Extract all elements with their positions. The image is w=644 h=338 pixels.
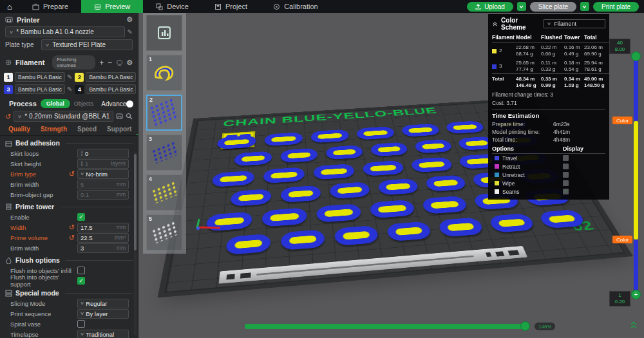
chain-link[interactable]	[316, 203, 362, 223]
layer-slider[interactable]: +	[634, 52, 638, 297]
upload-button[interactable]: Upload	[467, 2, 513, 12]
chain-link[interactable]	[326, 145, 364, 160]
print-plate-button[interactable]: Print plate	[593, 2, 639, 12]
layer-slider-top-thumb[interactable]	[631, 52, 641, 61]
process-reset-icon[interactable]: ↺	[5, 113, 11, 120]
move-slider[interactable]	[245, 324, 528, 329]
color-change-marker[interactable]: Color	[612, 117, 632, 124]
tab-project[interactable]: Project	[202, 0, 260, 13]
chain-link[interactable]	[310, 129, 349, 144]
filament-slot-3[interactable]: 3 Bambu PLA Basic ✎	[4, 84, 72, 94]
search-icon[interactable]	[126, 113, 133, 120]
tab-preview[interactable]: Preview	[81, 0, 143, 13]
thumbnail-plate-2[interactable]: 2	[146, 95, 182, 131]
filament-edit-icon[interactable]: ✎	[67, 86, 72, 93]
chain-link[interactable]	[488, 213, 536, 233]
printer-settings-gear-icon[interactable]: ⚙	[126, 15, 133, 24]
filament-edit-icon[interactable]: ✎	[67, 73, 72, 80]
chain-link[interactable]	[401, 124, 440, 137]
spiral-vase-checkbox[interactable]	[77, 320, 85, 328]
reset-icon[interactable]: ↺	[69, 224, 75, 230]
chain-link[interactable]	[313, 164, 355, 180]
chain-link[interactable]	[265, 132, 303, 146]
prime-volume-input[interactable]: 22.5 mm³	[77, 233, 129, 243]
tab-quality[interactable]: Quality	[3, 124, 35, 135]
color-scheme-dropdown[interactable]: ∨ Filament	[544, 19, 605, 28]
chain-link[interactable]	[230, 189, 271, 207]
skirt-height-stepper[interactable]: ∧∨ 1 layers	[77, 159, 129, 169]
preset-save-icon[interactable]	[116, 113, 123, 120]
slice-plate-button[interactable]: Slice plate	[530, 2, 576, 12]
chain-link[interactable]	[386, 221, 432, 241]
travel-display-checkbox[interactable]	[563, 155, 569, 161]
filament-edit-icon[interactable]: ✎	[138, 73, 138, 80]
chain-link[interactable]	[211, 170, 254, 187]
home-icon[interactable]: ⌂	[0, 0, 19, 13]
color-change-marker[interactable]: Color	[612, 236, 632, 243]
process-global-tab[interactable]: Global	[41, 99, 70, 108]
brim-type-dropdown[interactable]: ∨ No-brim	[77, 169, 129, 179]
chain-link[interactable]	[281, 229, 325, 250]
move-slider-thumb[interactable]	[520, 321, 530, 331]
chain-link[interactable]	[216, 135, 256, 149]
layer-slider-bottom-thumb[interactable]: +	[631, 290, 641, 299]
enable-checkbox[interactable]: ✓	[77, 213, 85, 221]
sync-filament-icon[interactable]	[117, 59, 122, 66]
process-objects-tab[interactable]: Objects	[74, 100, 94, 107]
layer-track-yellow[interactable]	[634, 121, 638, 239]
tab-speed[interactable]: Speed	[72, 124, 102, 135]
tab-support[interactable]: Support	[102, 124, 137, 135]
scrollbar-thumb[interactable]	[134, 154, 137, 250]
tab-prepare[interactable]: Prepare	[19, 0, 81, 13]
chain-link[interactable]	[362, 160, 404, 176]
prime-width-input[interactable]: 17.5 mm	[77, 223, 129, 232]
remove-filament-icon[interactable]	[108, 60, 113, 66]
slice-dropdown-icon[interactable]	[517, 2, 526, 11]
filament-slot-1[interactable]: 1 Bambu PLA Basic ✎	[4, 72, 72, 82]
printer-preset-dropdown[interactable]: ∨ * Bambu Lab A1 0.4 nozzle	[5, 26, 125, 37]
plate-type-dropdown[interactable]: ∨ Textured PEI Plate	[41, 39, 133, 50]
chain-link[interactable]	[538, 209, 587, 229]
brim-width-input[interactable]: 5 mm	[77, 180, 129, 189]
chain-link[interactable]	[329, 182, 370, 199]
filament-settings-gear-icon[interactable]: ⚙	[126, 59, 133, 67]
tab-strength[interactable]: Strength	[35, 124, 72, 135]
chain-link[interactable]	[370, 142, 408, 156]
chain-link[interactable]	[369, 200, 415, 219]
move-slider-track[interactable]	[245, 324, 528, 329]
reset-icon[interactable]: ↺	[69, 171, 75, 177]
timelapse-dropdown[interactable]: ∨ Traditional	[77, 330, 129, 338]
chain-link[interactable]	[437, 217, 484, 237]
chain-link[interactable]	[234, 151, 272, 166]
chain-link[interactable]	[413, 139, 453, 154]
slider-expand-icon[interactable]	[630, 321, 638, 329]
slicing-mode-dropdown[interactable]: ∨ Regular	[77, 299, 129, 308]
layer-track-blue-top[interactable]	[634, 57, 638, 121]
collapse-panel-icon[interactable]	[492, 21, 498, 27]
layer-track-blue-bottom[interactable]	[634, 239, 638, 295]
tab-others[interactable]: Others	[137, 124, 138, 135]
prime-brim-width-input[interactable]: 3 mm	[77, 243, 129, 253]
skirt-loops-stepper[interactable]: ∧∨ 0	[77, 149, 129, 158]
reset-icon[interactable]: ↺	[69, 234, 75, 241]
add-filament-icon[interactable]	[99, 60, 104, 66]
printer-edit-icon[interactable]: ✎	[128, 28, 133, 35]
print-dropdown-icon[interactable]	[580, 2, 589, 11]
flush-support-checkbox[interactable]: ✓	[77, 277, 85, 285]
chain-link[interactable]	[421, 196, 469, 214]
thumbnail-plate-3[interactable]: 3	[146, 135, 182, 171]
tab-device[interactable]: Device	[143, 0, 202, 13]
tab-calibration[interactable]: Calibration	[260, 0, 331, 13]
filament-edit-icon[interactable]: ✎	[138, 86, 138, 93]
unretract-display-checkbox[interactable]	[563, 172, 569, 178]
retract-display-checkbox[interactable]	[563, 164, 569, 169]
chain-link[interactable]	[410, 156, 454, 173]
sidebar-scrollbar[interactable]	[134, 151, 137, 335]
chain-link[interactable]	[281, 185, 321, 203]
wipe-display-checkbox[interactable]	[563, 180, 569, 186]
stepper-arrows-icon[interactable]: ∧∨	[80, 151, 83, 156]
print-sequence-dropdown[interactable]: ∨ By layer	[77, 309, 129, 319]
seams-display-checkbox[interactable]: ✓	[563, 189, 569, 194]
thumbnail-plate-5[interactable]: 5	[146, 214, 182, 250]
chain-link[interactable]	[377, 178, 419, 196]
